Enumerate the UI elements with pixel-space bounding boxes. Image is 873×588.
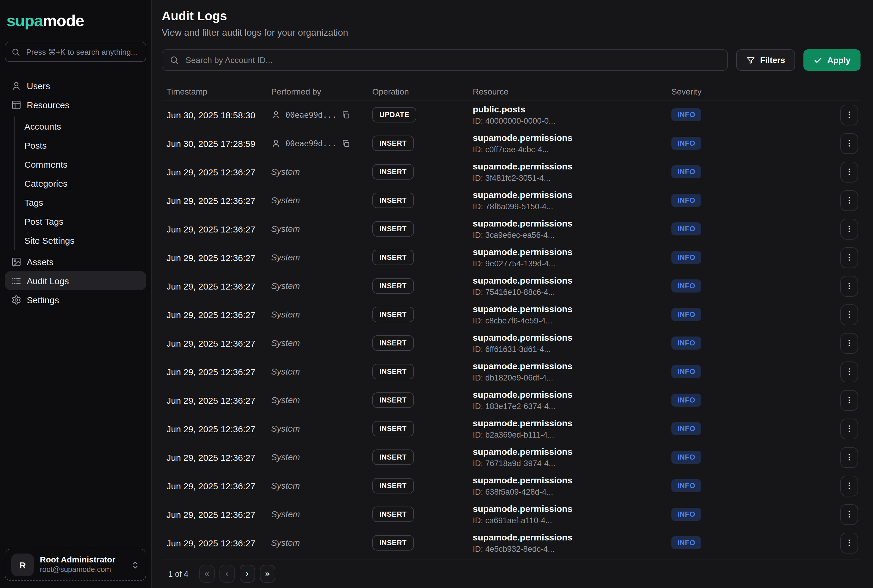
row-menu-button[interactable] (840, 390, 858, 411)
sidebar-item-post-tags[interactable]: Post Tags (24, 212, 146, 231)
copy-icon[interactable] (341, 110, 350, 119)
operation-badge: INSERT (372, 364, 414, 380)
sidebar-item-audit-logs[interactable]: Audit Logs (5, 271, 146, 290)
system-performer: System (271, 481, 300, 490)
sidebar-item-label: Assets (27, 256, 54, 267)
audit-logs-table: Timestamp Performed by Operation Resourc… (162, 82, 861, 557)
row-menu-button[interactable] (840, 304, 858, 325)
row-menu-button[interactable] (840, 133, 858, 154)
global-search-box[interactable] (5, 42, 146, 62)
severity-badge: INFO (671, 279, 701, 292)
resource-id: ID: c0ff7cae-4cbc-4... (473, 144, 667, 155)
operation-badge: INSERT (372, 335, 414, 351)
col-header-severity: Severity (667, 87, 837, 96)
severity-cell: INFO (667, 165, 837, 178)
last-page-button[interactable]: » (260, 565, 275, 583)
resource-name: supamode.permissions (473, 189, 667, 200)
gear-icon (11, 295, 21, 305)
table-row: Jun 29, 2025 12:36:27 System System INSE… (162, 158, 861, 186)
operation-badge: INSERT (372, 221, 414, 237)
sidebar-item-settings[interactable]: Settings (5, 290, 146, 309)
sidebar-item-categories[interactable]: Categories (24, 174, 146, 193)
sidebar-item-site-settings[interactable]: Site Settings (24, 231, 146, 250)
first-page-button[interactable]: « (199, 565, 214, 583)
resource-name: supamode.permissions (473, 160, 667, 172)
resource-id: ID: ca691aef-a110-4... (473, 516, 667, 526)
row-menu-button[interactable] (840, 276, 858, 296)
resource-cell: supamode.permissions ID: 4e5cb932-8edc-4… (468, 531, 667, 554)
actions-cell (837, 418, 861, 439)
toolbar: Filters Apply (162, 50, 861, 71)
sidebar-item-users[interactable]: Users (5, 76, 146, 95)
operation-cell: INSERT (368, 278, 468, 294)
row-menu-button[interactable] (840, 161, 858, 182)
performed-by-cell: System System (266, 167, 368, 177)
timestamp-cell: Jun 29, 2025 12:36:27 (162, 167, 266, 177)
timestamp-cell: Jun 29, 2025 12:36:27 (162, 252, 266, 262)
row-menu-button[interactable] (840, 532, 858, 553)
resource-id: ID: 40000000-0000-0... (473, 116, 667, 126)
search-icon (11, 47, 20, 56)
row-menu-button[interactable] (840, 104, 858, 125)
global-search-input[interactable] (25, 46, 140, 57)
sidebar-item-label: Categories (24, 178, 68, 188)
operation-cell: INSERT (368, 335, 468, 351)
sidebar-item-label: Accounts (24, 121, 61, 131)
sidebar-item-tags[interactable]: Tags (24, 193, 146, 212)
timestamp-cell: Jun 29, 2025 12:36:27 (162, 538, 266, 548)
resource-id: ID: 183e17e2-6374-4... (473, 401, 667, 412)
severity-cell: INFO (667, 422, 837, 435)
col-header-resource: Resource (468, 87, 667, 96)
row-menu-button[interactable] (840, 504, 858, 525)
timestamp-cell: Jun 29, 2025 12:36:27 (162, 424, 266, 434)
row-menu-button[interactable] (840, 219, 858, 239)
operation-cell: INSERT (368, 364, 468, 380)
resource-cell: supamode.permissions ID: 9e027754-139d-4… (468, 246, 667, 269)
sidebar-item-posts[interactable]: Posts (24, 135, 146, 154)
timestamp-cell: Jun 29, 2025 12:36:27 (162, 224, 266, 234)
sidebar-item-resources[interactable]: Resources (5, 95, 146, 114)
row-menu-button[interactable] (840, 476, 858, 496)
performed-by-cell: System System (266, 338, 368, 348)
table-row: Jun 29, 2025 12:36:27 System System INSE… (162, 214, 861, 243)
operation-cell: INSERT (368, 507, 468, 522)
account-search-box[interactable] (162, 50, 728, 71)
next-page-button[interactable]: › (240, 565, 255, 583)
operation-cell: INSERT (368, 221, 468, 237)
performed-by-cell: System System (266, 424, 368, 434)
actions-cell (837, 447, 861, 468)
resource-id: ID: 3ca9e6ec-ea56-4... (473, 230, 667, 240)
system-performer: System (271, 424, 300, 434)
system-performer: System (271, 196, 300, 205)
sidebar-item-accounts[interactable]: Accounts (24, 117, 146, 135)
row-menu-button[interactable] (840, 447, 858, 468)
timestamp-cell: Jun 29, 2025 12:36:27 (162, 195, 266, 206)
sidebar-item-comments[interactable]: Comments (24, 154, 146, 174)
sidebar-item-assets[interactable]: Assets (5, 252, 146, 271)
row-menu-button[interactable] (840, 247, 858, 268)
account-search-input[interactable] (184, 55, 720, 65)
performed-by-cell: System System (266, 538, 368, 548)
severity-cell: INFO (667, 137, 837, 150)
previous-page-button[interactable]: ‹ (219, 565, 235, 583)
operation-badge: INSERT (372, 421, 414, 436)
user-menu-trigger[interactable]: R Root Administrator root@supamode.com (5, 549, 146, 581)
operation-cell: INSERT (368, 535, 468, 550)
filters-button[interactable]: Filters (736, 50, 795, 71)
resource-cell: supamode.permissions ID: 3f481fc2-3051-4… (468, 160, 667, 183)
row-menu-button[interactable] (840, 333, 858, 354)
row-menu-button[interactable] (840, 418, 858, 439)
row-menu-button[interactable] (840, 361, 858, 382)
copy-icon[interactable] (341, 139, 350, 148)
resource-name: supamode.permissions (473, 446, 667, 457)
sidebar-nav: Users Resources Accounts Posts Comments … (0, 76, 151, 309)
apply-button[interactable]: Apply (803, 50, 861, 71)
table-row: Jun 29, 2025 12:36:27 System System INSE… (162, 414, 861, 443)
severity-cell: INFO (667, 108, 837, 121)
actions-cell (837, 532, 861, 553)
resource-cell: public.posts ID: 40000000-0000-0... (468, 103, 667, 126)
image-icon (11, 256, 21, 267)
pagination-bar: 1 of 4 « ‹ › » (162, 559, 861, 588)
row-menu-button[interactable] (840, 190, 858, 211)
logo-part-1: supa (6, 12, 42, 30)
